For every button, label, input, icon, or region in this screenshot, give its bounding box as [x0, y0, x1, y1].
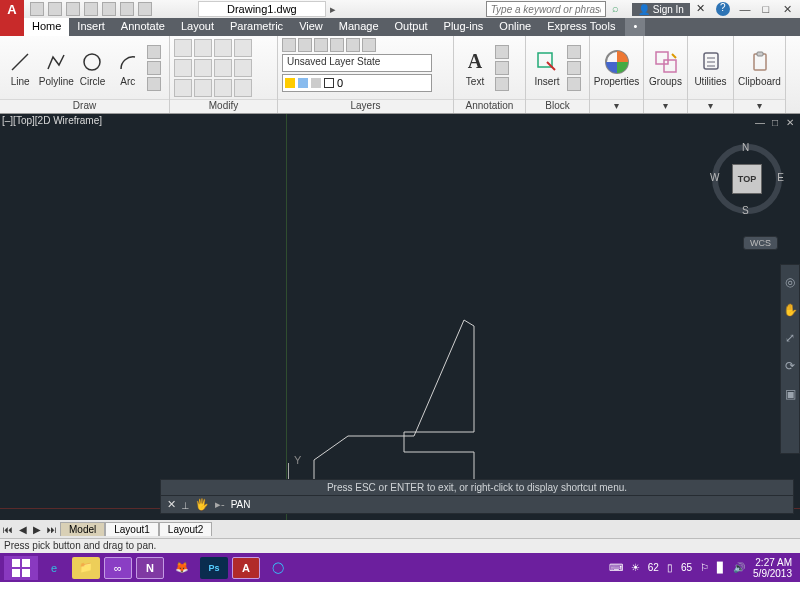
vp-close-icon[interactable]: ✕: [784, 117, 796, 128]
orbit-icon[interactable]: ⟳: [783, 359, 797, 373]
layer-match-icon[interactable]: [362, 38, 376, 52]
tab-output[interactable]: Output: [387, 18, 436, 36]
vp-restore-icon[interactable]: □: [769, 117, 781, 128]
arc-tool[interactable]: Arc: [112, 49, 144, 87]
taskbar-app-icon[interactable]: ◯: [264, 557, 292, 579]
mirror-icon[interactable]: [194, 59, 212, 77]
viewcube-s[interactable]: S: [742, 205, 749, 216]
layer-current-dropdown[interactable]: 0: [282, 74, 432, 92]
explode-icon[interactable]: [234, 79, 252, 97]
viewcube-n[interactable]: N: [742, 142, 749, 153]
taskbar-ie-icon[interactable]: e: [40, 557, 68, 579]
line-tool[interactable]: Line: [4, 49, 36, 87]
app-menu-tab[interactable]: [0, 18, 24, 36]
qat-save-icon[interactable]: [66, 2, 80, 16]
insert-tool[interactable]: Insert: [530, 49, 564, 87]
groups-panel-title[interactable]: ▾: [644, 99, 687, 113]
keyboard-icon[interactable]: ⌨: [609, 562, 623, 573]
tab-plugins[interactable]: Plug-ins: [436, 18, 492, 36]
layer-lock-icon[interactable]: [330, 38, 344, 52]
tab-first-icon[interactable]: ⏮: [0, 524, 16, 535]
tab-annotate[interactable]: Annotate: [113, 18, 173, 36]
qat-open-icon[interactable]: [48, 2, 62, 16]
search-icon[interactable]: ⌕: [612, 2, 626, 16]
tab-last-icon[interactable]: ⏭: [44, 524, 60, 535]
qat-undo-icon[interactable]: [120, 2, 134, 16]
qat-new-icon[interactable]: [30, 2, 44, 16]
tab-insert[interactable]: Insert: [69, 18, 113, 36]
tab-parametric[interactable]: Parametric: [222, 18, 291, 36]
erase-icon[interactable]: [214, 79, 232, 97]
weather-icon[interactable]: ☀: [631, 562, 640, 573]
taskbar-firefox-icon[interactable]: 🦊: [168, 557, 196, 579]
network-icon[interactable]: ▊: [717, 562, 725, 573]
title-dropdown-icon[interactable]: ▸: [326, 3, 340, 16]
clipboard-button[interactable]: Clipboard: [743, 49, 777, 87]
cmd-close-icon[interactable]: ✕: [167, 498, 176, 511]
layer-freeze-icon[interactable]: [314, 38, 328, 52]
create-block-icon[interactable]: [567, 45, 581, 59]
signin-button[interactable]: 👤 Sign In: [632, 3, 690, 16]
leader-icon[interactable]: [495, 61, 509, 75]
exchange-icon[interactable]: ✕: [696, 2, 710, 16]
showmotion-icon[interactable]: ▣: [783, 387, 797, 401]
zoom-icon[interactable]: ⤢: [783, 331, 797, 345]
tab-next-icon[interactable]: ▶: [30, 524, 44, 535]
utilities-panel-title[interactable]: ▾: [688, 99, 733, 113]
polyline-tool[interactable]: Polyline: [39, 49, 73, 87]
maximize-button[interactable]: □: [757, 3, 775, 15]
taskbar-onenote-icon[interactable]: N: [136, 557, 164, 579]
minimize-button[interactable]: —: [736, 3, 754, 15]
tab-prev-icon[interactable]: ◀: [16, 524, 30, 535]
taskbar-autocad-icon[interactable]: A: [232, 557, 260, 579]
fillet-icon[interactable]: [214, 59, 232, 77]
viewcube-w[interactable]: W: [710, 172, 719, 183]
properties-button[interactable]: Properties: [600, 49, 634, 87]
tab-manage[interactable]: Manage: [331, 18, 387, 36]
table-icon[interactable]: [495, 77, 509, 91]
tab-online[interactable]: Online: [491, 18, 539, 36]
command-line[interactable]: ✕ ⟂ 🖐 ▸- PAN: [160, 495, 794, 514]
circle-tool[interactable]: Circle: [76, 49, 108, 87]
taskbar-visualstudio-icon[interactable]: ∞: [104, 557, 132, 579]
tab-expand-icon[interactable]: •: [625, 18, 645, 36]
edit-block-icon[interactable]: [567, 61, 581, 75]
wcs-badge[interactable]: WCS: [743, 236, 778, 250]
tab-express[interactable]: Express Tools: [539, 18, 623, 36]
scale-icon[interactable]: [194, 79, 212, 97]
array-icon[interactable]: [234, 59, 252, 77]
qat-saveas-icon[interactable]: [84, 2, 98, 16]
tab-model[interactable]: Model: [60, 522, 105, 536]
app-logo[interactable]: [0, 0, 24, 18]
modify-panel-title[interactable]: Modify: [170, 99, 277, 113]
pan-icon[interactable]: ✋: [783, 303, 797, 317]
search-input[interactable]: [486, 1, 606, 17]
groups-button[interactable]: Groups: [649, 49, 683, 87]
copy-icon[interactable]: [174, 59, 192, 77]
rotate-icon[interactable]: [194, 39, 212, 57]
layer-iso-icon[interactable]: [298, 38, 312, 52]
battery-icon[interactable]: ▯: [667, 562, 673, 573]
cmd-recent-icon[interactable]: ⟂: [182, 499, 189, 511]
tab-layout1[interactable]: Layout1: [105, 522, 159, 536]
taskbar-explorer-icon[interactable]: 📁: [72, 557, 100, 579]
view-label[interactable]: [–][Top][2D Wireframe]: [2, 115, 102, 126]
draw-panel-title[interactable]: Draw: [0, 99, 169, 113]
help-icon[interactable]: ?: [716, 2, 730, 16]
text-tool[interactable]: AText: [458, 49, 492, 87]
tab-layout2[interactable]: Layout2: [159, 522, 213, 536]
layer-off-icon[interactable]: [346, 38, 360, 52]
vp-minimize-icon[interactable]: —: [754, 117, 766, 128]
start-button[interactable]: [4, 556, 38, 580]
tab-layout[interactable]: Layout: [173, 18, 222, 36]
clock[interactable]: 2:27 AM 5/9/2013: [753, 557, 796, 579]
draw-extra2-icon[interactable]: [147, 61, 161, 75]
layers-panel-title[interactable]: Layers: [278, 99, 453, 113]
utilities-button[interactable]: Utilities: [694, 49, 728, 87]
viewcube[interactable]: TOP N S E W: [712, 144, 782, 214]
viewcube-e[interactable]: E: [777, 172, 784, 183]
tab-view[interactable]: View: [291, 18, 331, 36]
edit-attr-icon[interactable]: [567, 77, 581, 91]
taskbar-photoshop-icon[interactable]: Ps: [200, 557, 228, 579]
annotation-panel-title[interactable]: Annotation: [454, 99, 525, 113]
